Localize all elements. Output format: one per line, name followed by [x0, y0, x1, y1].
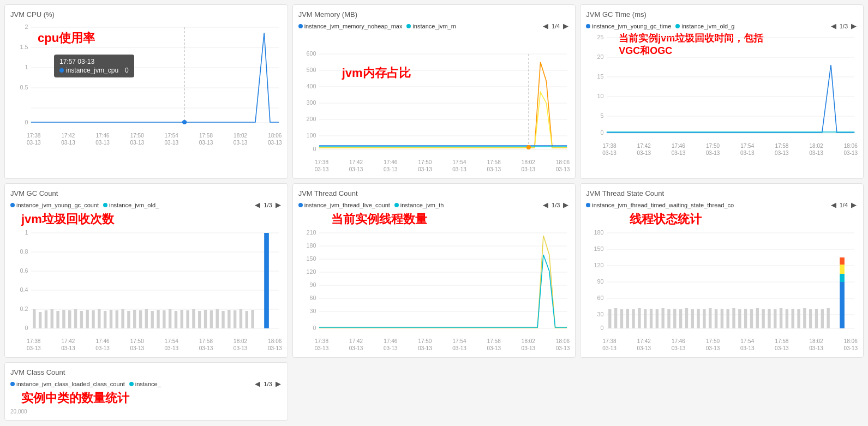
- svg-rect-66: [110, 310, 112, 328]
- gc-time-legend-1: instance_jvm_young_gc_time: [586, 23, 671, 29]
- svg-text:0.5: 0.5: [20, 85, 28, 91]
- gc-time-nav-prev[interactable]: ◀: [830, 22, 837, 30]
- panel-jvm-gc-count: JVM GC Count instance_jvm_young_gc_count…: [4, 183, 288, 358]
- panel-jvm-class-count: JVM Class Count instance_jvm_class_loade…: [4, 362, 288, 421]
- svg-text:210: 210: [306, 230, 316, 236]
- jvm-thread-count-svg: 210 180 150 120 90 60 30 0: [298, 227, 570, 337]
- svg-text:150: 150: [594, 246, 604, 252]
- svg-rect-157: [815, 309, 818, 328]
- class-count-nav-prev[interactable]: ◀: [254, 380, 261, 388]
- svg-text:120: 120: [306, 269, 316, 275]
- svg-rect-68: [121, 309, 124, 328]
- gc-count-label-2: instance_jvm_old_: [109, 202, 159, 208]
- thread-count-dot-2: [394, 203, 399, 207]
- svg-rect-151: [780, 308, 782, 328]
- jvm-thread-state-nav: ◀ 1/4 ▶: [830, 201, 858, 209]
- svg-text:120: 120: [594, 262, 604, 268]
- svg-rect-137: [697, 309, 700, 328]
- gc-count-label-1: instance_jvm_young_gc_count: [16, 202, 99, 208]
- jvm-cpu-svg: 2 1.5 1 0.5 0: [10, 22, 282, 131]
- svg-rect-142: [727, 309, 729, 328]
- class-count-dot-1: [10, 382, 15, 386]
- jvm-gc-time-nav: ◀ 1/3 ▶: [830, 22, 858, 30]
- svg-rect-129: [650, 309, 653, 328]
- jvm-gc-time-title: JVM GC Time (ms): [586, 10, 858, 19]
- nav-next-button[interactable]: ▶: [562, 22, 570, 30]
- svg-text:0.6: 0.6: [20, 268, 28, 274]
- svg-rect-150: [774, 309, 776, 328]
- thread-count-dot-1: [298, 203, 303, 207]
- gc-count-nav-prev[interactable]: ◀: [254, 201, 261, 209]
- svg-rect-140: [715, 309, 717, 328]
- svg-text:1.5: 1.5: [20, 44, 28, 50]
- svg-rect-124: [620, 309, 623, 328]
- jvm-memory-xaxis: 17:3803-13 17:4203-13 17:4603-13 17:5003…: [298, 158, 570, 173]
- svg-text:25: 25: [597, 34, 604, 40]
- gc-count-legend-2: instance_jvm_old_: [103, 202, 159, 208]
- class-count-legend-1: instance_jvm_class_loaded_class_count: [10, 381, 125, 387]
- jvm-gc-count-chart: 1 0.8 0.6 0.4 0.2 0: [10, 227, 282, 337]
- thread-state-dot-1: [586, 203, 590, 207]
- panel-jvm-memory: JVM Memory (MB) instance_jvm_memory_nohe…: [292, 4, 576, 179]
- svg-text:500: 500: [306, 67, 316, 73]
- svg-rect-125: [626, 309, 629, 328]
- dashboard: JVM CPU (%) cpu使用率 17:57 03-13 instance_…: [0, 0, 868, 426]
- svg-rect-59: [68, 310, 71, 328]
- jvm-gc-count-annotation: jvm垃圾回收次数: [21, 211, 288, 227]
- svg-rect-156: [809, 309, 812, 328]
- svg-rect-147: [756, 308, 759, 328]
- tooltip-value: 0: [125, 67, 129, 74]
- svg-rect-90: [251, 310, 254, 328]
- svg-text:200: 200: [306, 116, 316, 122]
- svg-rect-75: [163, 310, 165, 328]
- svg-rect-53: [33, 309, 35, 328]
- thread-state-nav-page: 1/4: [840, 202, 848, 208]
- svg-rect-161: [840, 274, 845, 282]
- svg-point-28: [526, 145, 531, 149]
- jvm-cpu-chart: 2 1.5 1 0.5 0: [10, 22, 282, 131]
- svg-rect-149: [768, 309, 771, 328]
- legend-dot-cyan: [406, 24, 411, 28]
- gc-count-nav-page: 1/3: [264, 202, 272, 208]
- svg-rect-133: [673, 309, 676, 328]
- gc-time-nav-next[interactable]: ▶: [850, 22, 858, 30]
- jvm-gc-count-title: JVM GC Count: [10, 189, 282, 197]
- jvm-thread-count-annotation: 当前实例线程数量: [331, 211, 576, 227]
- thread-count-nav-page: 1/3: [552, 202, 560, 208]
- jvm-gc-count-legend: instance_jvm_young_gc_count instance_jvm…: [10, 201, 282, 209]
- svg-rect-127: [638, 308, 641, 328]
- svg-rect-144: [738, 309, 741, 328]
- class-count-y-label: 20,000: [10, 409, 282, 415]
- thread-state-nav-next[interactable]: ▶: [850, 201, 858, 209]
- jvm-gc-time-chart: 25 20 15 10 5 0: [586, 32, 858, 141]
- thread-count-nav-next[interactable]: ▶: [562, 201, 570, 209]
- class-count-nav-next[interactable]: ▶: [274, 380, 282, 388]
- jvm-thread-state-xaxis: 17:3803-13 17:4203-13 17:4603-13 17:5003…: [586, 337, 858, 352]
- svg-rect-87: [234, 310, 236, 328]
- svg-text:0: 0: [313, 146, 316, 152]
- svg-rect-91: [264, 233, 269, 328]
- svg-rect-61: [80, 311, 83, 328]
- panel-jvm-thread-count: JVM Thread Count instance_jvm_thread_liv…: [292, 183, 576, 358]
- svg-rect-162: [840, 265, 845, 274]
- tooltip-metric: instance_jvm_cpu: [66, 67, 118, 74]
- svg-rect-143: [733, 308, 735, 328]
- jvm-thread-state-annotation: 线程状态统计: [630, 211, 864, 227]
- thread-count-legend-1: instance_jvm_thread_live_count: [298, 202, 390, 208]
- nav-prev-button[interactable]: ◀: [542, 22, 549, 30]
- gc-count-dot-2: [103, 203, 107, 207]
- svg-rect-63: [92, 310, 94, 328]
- svg-text:90: 90: [309, 282, 316, 288]
- thread-state-nav-prev[interactable]: ◀: [830, 201, 837, 209]
- svg-rect-62: [86, 310, 88, 328]
- svg-text:0: 0: [601, 130, 604, 136]
- gc-count-nav-next[interactable]: ▶: [274, 201, 282, 209]
- gc-time-label-2: instance_jvm_old_g: [681, 23, 734, 29]
- panel-jvm-thread-state: JVM Thread State Count instance_jvm_thre…: [580, 183, 864, 358]
- svg-rect-159: [827, 308, 830, 328]
- svg-text:400: 400: [306, 83, 316, 89]
- thread-count-nav-prev[interactable]: ◀: [542, 201, 549, 209]
- svg-text:20: 20: [597, 54, 604, 60]
- svg-rect-155: [803, 308, 806, 328]
- svg-rect-139: [709, 308, 711, 328]
